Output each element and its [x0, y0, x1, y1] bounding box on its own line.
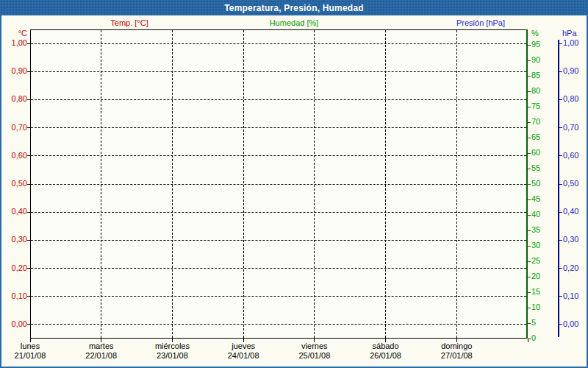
app-window: Temperatura, Presión, Humedad Temp. [°C]…	[0, 0, 588, 368]
legend-item-humidity: Humedad [%]	[270, 18, 319, 28]
plot-area	[30, 29, 528, 339]
pressure-axis-line	[558, 40, 559, 337]
humidity-axis-line	[526, 29, 528, 339]
axis-header-percent: %	[531, 29, 539, 38]
axis-header-hpa: hPa	[562, 29, 577, 38]
legend-item-pressure: Presión [hPa]	[456, 18, 505, 28]
axis-header-celsius: °C	[0, 29, 27, 38]
title-bar: Temperatura, Presión, Humedad	[0, 0, 588, 15]
page-title: Temperatura, Presión, Humedad	[224, 3, 364, 13]
legend-item-temperature: Temp. [°C]	[110, 18, 148, 28]
